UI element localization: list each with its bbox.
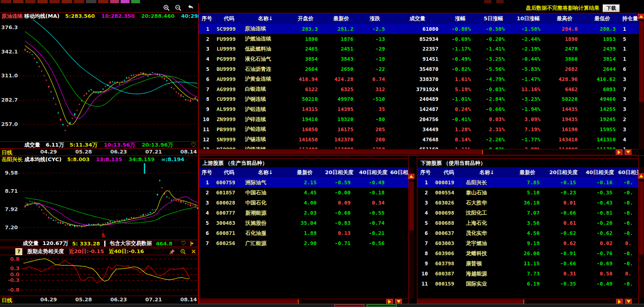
table-row[interactable]: 5300483沃施股份35.04-0.83-0.74 (199, 218, 408, 228)
table-row[interactable]: 8603906龙蟠科技26.00-0.91-0.76-0. (417, 248, 638, 258)
close-icon[interactable]: × (191, 248, 196, 255)
column-header[interactable]: 序号 (199, 15, 215, 22)
help-icon[interactable]: ? (15, 248, 22, 255)
table-row[interactable]: 6000637茂化实华4.50-0.62-0.62-0. (417, 228, 638, 238)
table-row[interactable]: 6AU9999沪黄金连续416.94424.286.743383701.61%-… (199, 74, 639, 84)
chart1-indicator[interactable]: 移动均线(MA) (24, 13, 60, 20)
magnifier-plus-icon[interactable] (196, 241, 196, 247)
column-header[interactable]: 序号 (199, 169, 215, 176)
column-header[interactable]: 名称↓ (243, 15, 288, 22)
scroll-right-button[interactable] (616, 149, 623, 155)
table-row[interactable]: 7603003龙宇燃油9.190.620.020. (417, 238, 638, 248)
column-header[interactable]: 代码 (215, 15, 243, 22)
correlation-chart[interactable]: 0.80.30.0-0.3-0.8 (0, 255, 199, 295)
volume-label[interactable]: 成交量 (23, 240, 38, 247)
scrollbar-thumb[interactable] (199, 299, 299, 304)
table-row[interactable]: 13NI9999沪镍连续11240011389012506511691.11%-… (199, 145, 639, 149)
candlestick-chart-stock[interactable]: 9.588.717.927.20 (0, 163, 199, 237)
table-row[interactable]: 6600871石化油服1.890.13-0.21 (199, 228, 408, 238)
table-row[interactable]: 4600777新潮能源2.03-0.60-0.55 (199, 208, 408, 218)
column-header[interactable]: 20日相关度 (545, 169, 582, 176)
downstream-vscrollbar[interactable] (639, 167, 644, 298)
zoom-in-icon[interactable] (163, 4, 170, 11)
table-row[interactable]: 2000554泰山石油5.10-0.23-0.35-0. (417, 188, 638, 198)
column-header[interactable]: 60日相关度 (618, 169, 638, 176)
table-row[interactable]: 3603026石大胜华36.100.01-0.43-0. (417, 198, 638, 208)
table-row[interactable]: 3600028中国石化4.000.090.34 (199, 198, 408, 208)
table-row[interactable]: 8CU9999沪铜连续5021049970-510240489-1.01%-2.… (199, 94, 639, 104)
table-row[interactable]: 2FU9999沪燃油连续18901876-13852934-0.69%-0.20… (199, 34, 639, 44)
scroll-up-button[interactable] (408, 174, 414, 179)
volume-label[interactable]: 成交量 (24, 141, 40, 149)
table-row[interactable]: 5600688上海石化3.560.61-0.20-0. (417, 218, 638, 228)
column-header[interactable]: 代码 (434, 169, 464, 176)
futures-hscrollbar[interactable] (199, 149, 639, 155)
table-row[interactable]: 4PG9999液化石油气38543843-1991451-0.49%-3.25%… (199, 54, 639, 64)
scroll-up-button[interactable] (638, 173, 644, 179)
table-row[interactable]: 12SN9999沪锡连续141650142370200476480.14%-2.… (199, 134, 639, 145)
period-label[interactable]: 日线 (1, 296, 13, 305)
column-header[interactable]: 涨跌 (359, 15, 391, 22)
column-header[interactable]: 最新价 (510, 169, 545, 176)
table-row[interactable]: 10ZN9999沪锌连续1941019320-80204756-0.41%0.0… (199, 114, 639, 124)
magnifier-icon[interactable] (180, 249, 186, 255)
block-trade-checkbox[interactable] (104, 241, 106, 247)
undo-icon[interactable] (187, 4, 194, 11)
scroll-down-button[interactable] (625, 149, 631, 155)
scroll-up-button[interactable] (638, 14, 644, 19)
table-row[interactable]: 1600759洲际油气2.15-0.59-0.49 (199, 177, 408, 188)
column-header[interactable]: 20日相关度 (322, 169, 356, 176)
download-button[interactable]: 下载 (603, 4, 620, 12)
table-row[interactable]: 7600256广汇能源2.90-0.71-0.56 (199, 238, 408, 248)
column-header[interactable]: 最新价 (287, 169, 322, 176)
futures-vscrollbar[interactable] (639, 13, 644, 149)
upstream-table-header[interactable]: 序号代码名称↓最新价20日相关度40日相关度60日相关度 (199, 167, 408, 177)
table-row[interactable]: 9AL9999沪铝连续1431514395351424870.24%-0.66%… (199, 104, 639, 114)
scrollbar-thumb[interactable] (199, 150, 483, 154)
column-header[interactable]: 40日相关度 (582, 169, 618, 176)
column-header[interactable]: 最新价 (323, 15, 359, 22)
favorite-icon[interactable]: ♡ (191, 142, 196, 148)
zoom-out-icon[interactable] (175, 4, 182, 11)
favorite-icon[interactable]: ♡ (181, 241, 186, 247)
table-row[interactable]: 11PB9999沪铅连续1605016175205344491.28%2.31%… (199, 124, 639, 134)
pin-icon[interactable] (169, 249, 175, 255)
chart2-indicator[interactable]: 成本均线(CYC) (24, 156, 62, 163)
scrollbar-thumb[interactable] (409, 182, 414, 230)
upstream-vscrollbar[interactable] (409, 167, 414, 298)
downstream-hscrollbar[interactable] (417, 298, 639, 304)
column-header[interactable]: 代码 (215, 169, 244, 176)
upstream-hscrollbar[interactable] (199, 298, 409, 304)
column-header[interactable]: 序号 (417, 169, 434, 176)
column-header[interactable]: 持仓量 (621, 15, 639, 22)
table-row[interactable]: 5BU9999石油沥青连26642650-22354870-0.82%-5.56… (199, 64, 639, 74)
block-trade-label[interactable]: 包含大宗交易数据 (110, 240, 152, 247)
downstream-table-header[interactable]: 序号代码名称↓最新价20日相关度40日相关度60日相关度 (417, 167, 638, 177)
column-header[interactable]: 开盘价 (288, 15, 323, 22)
scrollbar-thumb[interactable] (639, 181, 644, 254)
column-header[interactable]: 涨幅 (444, 15, 476, 22)
futures-table-header[interactable]: 序号代码名称↓开盘价最新价涨跌成交量涨幅5日涨幅10日涨幅最高价最低价持仓量 (199, 13, 639, 24)
column-header[interactable]: 最高价 (546, 15, 583, 22)
table-row[interactable]: 1SC9999原油连续283.3281.2-2.561080-0.88%-0.5… (199, 24, 639, 34)
screenshot-icon[interactable] (190, 241, 191, 246)
column-header[interactable]: 名称↓ (464, 169, 510, 176)
column-header[interactable]: 5日涨幅 (476, 15, 510, 22)
table-row[interactable]: 2601857中国石油4.45-0.00-0.18 (199, 188, 408, 198)
table-row[interactable]: 4000698沈阳化工7.07-0.66-0.81-0. (417, 208, 638, 218)
column-header[interactable]: 名称↓ (244, 169, 287, 176)
table-row[interactable]: 3LU9999低硫燃料油24652451-2922357-1.17%-1.41%… (199, 44, 639, 54)
scrollbar-thumb[interactable] (639, 21, 644, 102)
table-row[interactable]: 9603798康普顿11.15-0.66-0.69-0. (417, 258, 638, 269)
scrollbar-thumb[interactable] (417, 299, 524, 304)
table-row[interactable]: 1000819岳阳兴长7.85-0.15-0.16-0. (417, 177, 638, 188)
candlestick-chart-main[interactable]: 376.3342.1311.0282.7257.0 (0, 19, 199, 141)
table-row[interactable]: 10600387海越能源7.730.310.500. (417, 269, 638, 279)
correlation-title[interactable]: 股期走势相关度 (27, 248, 64, 255)
column-header[interactable]: 最低价 (583, 15, 621, 22)
table-row[interactable]: 7AG9999白银连续6122632531237919245.19%-0.03%… (199, 84, 639, 94)
column-header[interactable]: 10日涨幅 (510, 15, 546, 22)
column-header[interactable]: 成交量 (391, 15, 444, 22)
table-row[interactable]: 11000159国际实业6.19-0.35-0.49-0. (417, 279, 638, 289)
column-header[interactable]: 60日相关度 (390, 169, 408, 176)
